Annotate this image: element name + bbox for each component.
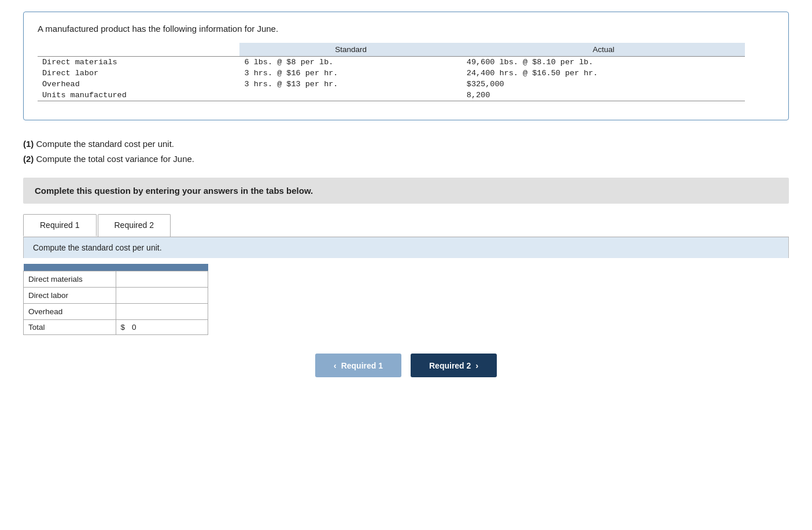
input-direct-labor[interactable] [116, 288, 208, 304]
problem-box: A manufactured product has the following… [23, 12, 789, 120]
answer-table-body: Direct materials Direct labor Overhead [24, 271, 208, 335]
answer-table: Direct materials Direct labor Overhead [23, 264, 208, 335]
instructions-bar: Complete this question by entering your … [23, 178, 789, 204]
tab-required-1[interactable]: Required 1 [23, 214, 97, 237]
questions-section: (1) Compute the standard cost per unit. … [23, 137, 789, 166]
row-actual: $325,000 [462, 79, 745, 90]
row-actual: 8,200 [462, 90, 745, 101]
row-label: Direct labor [38, 68, 239, 79]
tab-required-2[interactable]: Required 2 [98, 214, 171, 237]
question-1-text: Compute the standard cost per unit. [36, 139, 174, 149]
tabs-row: Required 1 Required 2 [23, 214, 789, 237]
table-row: Direct materials 6 lbs. @ $8 per lb. 49,… [38, 57, 745, 68]
next-chevron-right-icon: › [475, 360, 478, 370]
info-table: Standard Actual Direct materials 6 lbs. … [38, 43, 745, 101]
overhead-input[interactable] [121, 307, 203, 316]
row-actual: 24,400 hrs. @ $16.50 per hr. [462, 68, 745, 79]
table-row: Overhead 3 hrs. @ $13 per hr. $325,000 [38, 79, 745, 90]
input-overhead[interactable] [116, 304, 208, 320]
header-actual: Actual [462, 43, 745, 57]
tab-required-2-label: Required 2 [115, 220, 154, 230]
tab-required-1-label: Required 1 [40, 220, 80, 230]
label-overhead: Overhead [24, 304, 116, 320]
total-dollar-sign: $ [121, 323, 126, 332]
row-actual: 49,600 lbs. @ $8.10 per lb. [462, 57, 745, 68]
row-label: Direct materials [38, 57, 239, 68]
answer-row-direct-materials: Direct materials [24, 271, 208, 288]
prev-button-label: Required 1 [341, 361, 383, 370]
row-standard: 3 hrs. @ $13 per hr. [239, 79, 462, 90]
prev-button[interactable]: ‹ Required 1 [315, 354, 401, 377]
question-2-text: Compute the total cost variance for June… [36, 154, 194, 164]
answer-header-col2 [116, 264, 208, 271]
problem-intro: A manufactured product has the following… [38, 24, 774, 34]
answer-table-section: Direct materials Direct labor Overhead [23, 264, 789, 335]
direct-materials-input[interactable] [121, 274, 203, 284]
total-value-cell: $ 0 [116, 320, 208, 335]
direct-labor-input[interactable] [121, 290, 203, 300]
header-standard: Standard [239, 43, 462, 57]
row-label: Overhead [38, 79, 239, 90]
label-direct-labor: Direct labor [24, 288, 116, 304]
next-button-label: Required 2 [429, 361, 471, 370]
answer-row-direct-labor: Direct labor [24, 288, 208, 304]
total-value: 0 [132, 323, 136, 332]
answer-row-overhead: Overhead [24, 304, 208, 320]
row-label: Units manufactured [38, 90, 239, 101]
table-row: Units manufactured 8,200 [38, 90, 745, 101]
next-button[interactable]: Required 2 › [411, 354, 497, 377]
label-direct-materials: Direct materials [24, 271, 116, 288]
input-direct-materials[interactable] [116, 271, 208, 288]
tab-content-bar: Compute the standard cost per unit. [23, 237, 789, 258]
question-2: (2) Compute the total cost variance for … [23, 152, 789, 167]
table-row: Direct labor 3 hrs. @ $16 per hr. 24,400… [38, 68, 745, 79]
row-standard: 6 lbs. @ $8 per lb. [239, 57, 462, 68]
nav-buttons: ‹ Required 1 Required 2 › [23, 354, 789, 377]
info-table-body: Direct materials 6 lbs. @ $8 per lb. 49,… [38, 57, 745, 101]
label-total: Total [24, 320, 116, 335]
header-label [38, 43, 239, 57]
page-container: A manufactured product has the following… [0, 0, 812, 389]
row-standard [239, 90, 462, 101]
prev-chevron-left-icon: ‹ [334, 360, 337, 370]
answer-header-col1 [24, 264, 116, 271]
question-1: (1) Compute the standard cost per unit. [23, 137, 789, 152]
answer-row-total: Total $ 0 [24, 320, 208, 335]
row-standard: 3 hrs. @ $16 per hr. [239, 68, 462, 79]
